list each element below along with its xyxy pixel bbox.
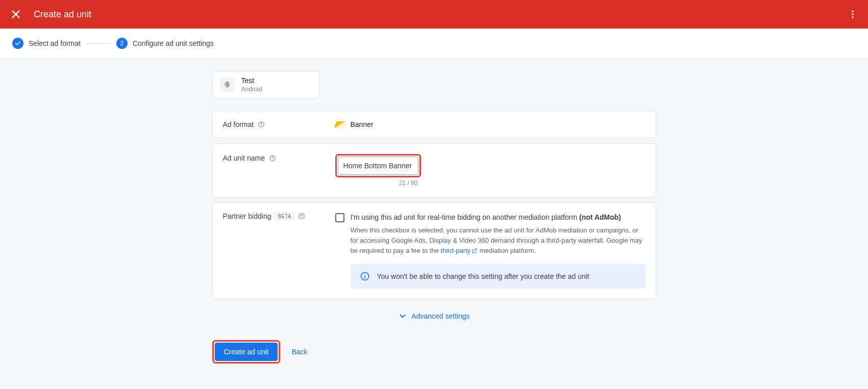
partner-bidding-checkbox-label: I'm using this ad unit for real-time bid… bbox=[351, 212, 646, 223]
step-2-number: 2 bbox=[116, 38, 128, 49]
app-name: Test bbox=[241, 76, 262, 85]
step-2: 2 Configure ad unit settings bbox=[116, 38, 214, 49]
banner-icon bbox=[334, 121, 346, 127]
svg-point-8 bbox=[272, 159, 273, 160]
partner-bidding-panel: Partner bidding BETA I'm using this ad u… bbox=[212, 202, 656, 299]
app-platform: Android bbox=[241, 86, 262, 93]
advanced-settings-label: Advanced settings bbox=[411, 312, 469, 320]
svg-point-4 bbox=[852, 16, 853, 18]
step-connector bbox=[86, 43, 111, 44]
help-icon[interactable] bbox=[298, 213, 305, 220]
step-2-label: Configure ad unit settings bbox=[133, 39, 214, 47]
advanced-settings-toggle[interactable]: Advanced settings bbox=[398, 312, 469, 321]
more-vert-icon[interactable] bbox=[848, 9, 858, 19]
svg-point-6 bbox=[261, 125, 262, 126]
ad-unit-name-highlight bbox=[335, 154, 421, 177]
help-icon[interactable] bbox=[258, 121, 265, 128]
close-icon[interactable] bbox=[10, 9, 21, 20]
partner-bidding-description: When this checkbox is selected, you cann… bbox=[351, 225, 646, 256]
char-counter: 21 / 80 bbox=[335, 179, 421, 187]
svg-point-2 bbox=[852, 11, 853, 12]
partner-bidding-label: Partner bidding bbox=[223, 212, 271, 220]
back-link[interactable]: Back bbox=[291, 348, 307, 356]
create-ad-unit-button[interactable]: Create ad unit bbox=[215, 343, 278, 361]
info-text: You won't be able to change this setting… bbox=[377, 272, 589, 280]
beta-badge: BETA bbox=[275, 213, 294, 220]
svg-point-3 bbox=[852, 13, 853, 15]
ad-format-value: Banner bbox=[351, 120, 374, 128]
step-1-label: Select ad format bbox=[29, 39, 81, 47]
create-button-highlight: Create ad unit bbox=[212, 340, 281, 364]
ad-unit-name-input[interactable] bbox=[338, 157, 418, 175]
ad-unit-name-label: Ad unit name bbox=[223, 154, 265, 162]
third-party-link[interactable]: third-party bbox=[441, 247, 478, 254]
step-1[interactable]: Select ad format bbox=[12, 38, 81, 49]
android-icon bbox=[220, 77, 234, 92]
ad-format-panel: Ad format Banner bbox=[212, 111, 656, 138]
info-icon bbox=[360, 271, 370, 281]
app-card: Test Android bbox=[212, 71, 319, 98]
svg-point-13 bbox=[364, 274, 365, 275]
help-icon[interactable] bbox=[269, 154, 276, 162]
external-link-icon bbox=[472, 248, 478, 254]
ad-unit-name-panel: Ad unit name 21 / 80 bbox=[212, 143, 656, 197]
ad-format-label: Ad format bbox=[223, 120, 254, 128]
page-title: Create ad unit bbox=[34, 9, 91, 20]
svg-point-10 bbox=[302, 217, 302, 218]
stepper: Select ad format 2 Configure ad unit set… bbox=[0, 29, 868, 59]
check-icon bbox=[12, 38, 23, 49]
partner-bidding-checkbox[interactable] bbox=[335, 213, 344, 222]
chevron-down-icon bbox=[398, 312, 407, 321]
app-header: Create ad unit bbox=[0, 0, 868, 29]
info-banner: You won't be able to change this setting… bbox=[351, 264, 646, 289]
